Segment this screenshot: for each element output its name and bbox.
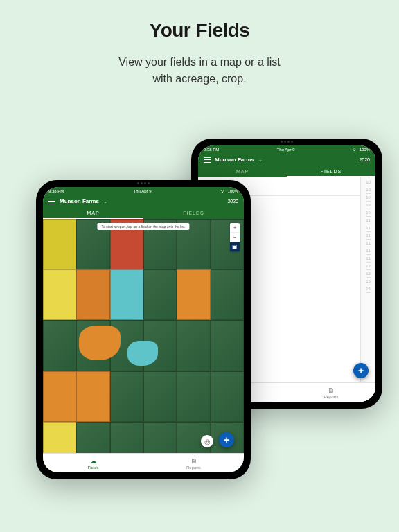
bottom-nav: ☁ Fields 🗎 Reports	[43, 453, 244, 472]
account-dropdown[interactable]: Munson Farms	[60, 198, 99, 204]
map-area[interactable]: To start a report, tap on a field on the…	[43, 219, 244, 472]
status-bar: 9:38 PM Thu Apr 9 ᯤ 100%	[43, 187, 244, 195]
menu-icon[interactable]	[204, 157, 211, 163]
status-bar: 9:38 PM Thu Apr 9 ᯤ 100%	[198, 145, 375, 154]
screen-front: 9:38 PM Thu Apr 9 ᯤ 100% Munson Farms ⌄ …	[43, 187, 244, 472]
cloud-icon: ☁	[90, 457, 97, 465]
wifi-icon: ᯤ	[353, 148, 357, 152]
page-subtitle: View your fields in a map or a list with…	[0, 54, 399, 87]
map-tooltip: To start a report, tap on a field on the…	[97, 223, 189, 230]
tablet-front: 9:38 PM Thu Apr 9 ᯤ 100% Munson Farms ⌄ …	[36, 180, 251, 479]
page-title: Your Fields	[0, 19, 399, 42]
menu-icon[interactable]	[48, 199, 55, 204]
nav-fields[interactable]: ☁ Fields	[43, 454, 143, 472]
add-button[interactable]: +	[353, 363, 369, 378]
tabs: MAP FIELDS	[198, 166, 375, 177]
promo-header: Your Fields View your fields in a map or…	[0, 0, 399, 87]
doc-icon: 🗎	[190, 457, 197, 465]
year-label[interactable]: 2020	[227, 199, 238, 204]
zoom-in-button[interactable]: +	[230, 223, 240, 233]
nav-reports[interactable]: 🗎 Reports	[287, 383, 375, 402]
chevron-down-icon[interactable]: ⌄	[103, 199, 107, 204]
layers-button[interactable]: ▣	[230, 242, 240, 251]
add-button[interactable]: +	[219, 432, 234, 447]
title-bar: Munson Farms ⌄ 2020	[43, 195, 244, 207]
tab-fields[interactable]: FIELDS	[143, 207, 244, 219]
year-label[interactable]: 2020	[359, 157, 370, 162]
geolocate-button[interactable]: ◎	[201, 435, 213, 447]
tab-map[interactable]: MAP	[198, 166, 287, 177]
app-header: 9:38 PM Thu Apr 9 ᯤ 100% Munson Farms ⌄ …	[198, 145, 375, 177]
tab-fields[interactable]: FIELDS	[287, 166, 375, 177]
tab-map[interactable]: MAP	[43, 207, 143, 219]
nav-reports[interactable]: 🗎 Reports	[143, 454, 244, 472]
wifi-icon: ᯤ	[221, 189, 225, 193]
title-bar: Munson Farms ⌄ 2020	[198, 154, 375, 166]
app-header: 9:38 PM Thu Apr 9 ᯤ 100% Munson Farms ⌄ …	[43, 187, 244, 219]
zoom-out-button[interactable]: −	[230, 233, 240, 242]
satellite-map[interactable]: To start a report, tap on a field on the…	[43, 219, 244, 472]
doc-icon: 🗎	[328, 387, 335, 394]
chevron-down-icon[interactable]: ⌄	[258, 157, 263, 163]
tabs: MAP FIELDS	[43, 207, 244, 219]
map-controls: + − ▣	[230, 223, 240, 251]
account-dropdown[interactable]: Munson Farms	[215, 157, 254, 163]
